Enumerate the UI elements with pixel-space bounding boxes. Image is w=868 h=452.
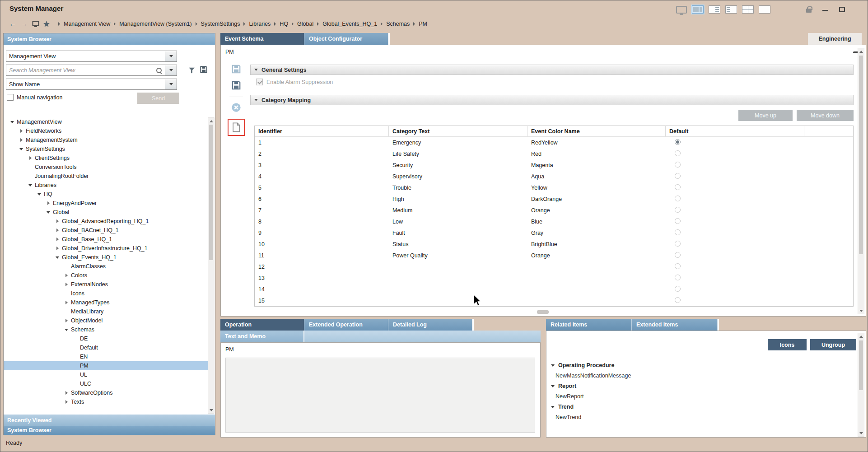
breadcrumb-item-label[interactable]: Global_Events_HQ_1 [322,21,377,27]
scroll-down-icon[interactable] [858,430,864,436]
tree-item[interactable]: Icons [4,289,208,298]
tree-expander-icon[interactable] [27,156,34,160]
column-header-identifier[interactable]: Identifier [255,126,389,136]
tree-item[interactable]: Global_Base_HQ_1 [4,235,208,244]
layout-list-left-icon[interactable] [725,5,737,14]
save-as-button[interactable] [230,79,242,91]
tree-item[interactable]: MediaLibrary [4,307,208,316]
breadcrumb-item[interactable]: Global [288,21,313,27]
breadcrumb-item-label[interactable]: Libraries [249,21,271,27]
breadcrumb-item-label[interactable]: PM [419,21,427,27]
tree-expander-icon[interactable] [27,184,34,186]
tree-expander-icon[interactable] [63,319,70,322]
tree-item[interactable]: JournalingRootFolder [4,172,208,181]
tree-expander-icon[interactable] [63,274,70,277]
alarm-suppression-checkbox[interactable] [256,79,263,85]
related-group-header[interactable]: Operating Procedure [546,360,856,371]
favorites-star-icon[interactable] [41,19,52,29]
tree-expander-icon[interactable] [54,256,61,259]
table-row[interactable]: 1 Emergency RedYellow [255,137,853,148]
related-item[interactable]: NewMassNotificationMessage [546,371,856,381]
tab[interactable]: Operation [220,319,304,331]
related-group-header[interactable]: Report [546,381,856,391]
tab[interactable]: Related Items [546,319,632,331]
tree-expander-icon[interactable] [36,193,43,196]
tree-item[interactable]: Global_AdvancedReporting_HQ_1 [4,217,208,226]
breadcrumb-item[interactable]: Schemas [377,21,410,27]
ungroup-button[interactable]: Ungroup [810,339,856,350]
tree-item[interactable]: ClientSettings [4,154,208,163]
default-radio[interactable] [675,275,681,280]
forward-button[interactable]: → [19,19,30,29]
default-radio[interactable] [675,184,681,190]
default-radio[interactable] [675,241,681,247]
tree-item[interactable]: DE [4,334,208,343]
default-radio[interactable] [675,286,681,292]
scroll-down-icon[interactable] [858,308,864,314]
monitor-icon[interactable] [676,6,687,14]
tree-expander-icon[interactable] [54,228,61,232]
section-collapse-icon[interactable] [254,99,258,101]
layout-single-icon[interactable] [759,5,770,14]
layout-quad-icon[interactable] [742,5,754,14]
default-radio[interactable] [675,139,681,145]
tree-item[interactable]: ConversionTools [4,163,208,172]
tree-item[interactable]: Schemas [4,325,208,334]
restore-button[interactable] [839,7,845,12]
tree-expander-icon[interactable] [18,148,25,150]
breadcrumb-item-label[interactable]: HQ [280,21,288,27]
tree-expander-icon[interactable] [63,400,70,404]
tree-item[interactable]: FieldNetworks [4,126,208,135]
cancel-button[interactable] [230,102,242,113]
scrollbar-thumb[interactable] [209,125,213,260]
filter-icon[interactable] [187,65,196,75]
breadcrumb-item[interactable]: SystemSettings [192,21,240,27]
tree-expander-icon[interactable] [18,129,25,133]
breadcrumb-item[interactable]: ManagementView (System1) [110,21,191,27]
splitter-handle[interactable] [537,310,549,314]
tree-item[interactable]: ExternalNodes [4,280,208,289]
table-row[interactable]: 7 Medium Orange [255,205,853,216]
default-radio[interactable] [675,263,681,269]
tree-expander-icon[interactable] [45,211,52,214]
default-radio[interactable] [675,297,681,303]
import-document-button[interactable] [230,121,242,133]
send-button[interactable]: Send [137,93,179,104]
breadcrumb-item[interactable]: HQ [271,21,288,27]
recently-viewed-bar[interactable]: Recently Viewed [4,415,215,426]
search-input[interactable] [6,67,155,74]
back-button[interactable]: ← [7,19,19,29]
scroll-up-icon[interactable] [858,333,864,340]
tree-item[interactable]: PM [4,361,208,370]
breadcrumb-item[interactable]: Libraries [240,21,271,27]
table-row[interactable]: 4 Supervisory Aqua [255,171,853,182]
breadcrumb-item[interactable]: PM [410,21,427,27]
tree-expander-icon[interactable] [9,121,16,123]
related-item[interactable]: NewTrend [546,412,856,422]
tree-item[interactable]: Global_DriverInfrastructure_HQ_1 [4,244,208,253]
breadcrumb-item-label[interactable]: Global [297,21,313,27]
tree-item[interactable]: ULC [4,379,208,388]
move-down-button[interactable]: Move down [797,110,854,121]
move-up-button[interactable]: Move up [738,110,793,121]
lock-icon[interactable] [806,9,812,13]
breadcrumb-item[interactable]: Management View [55,21,110,27]
general-settings-header[interactable]: General Settings [250,65,854,75]
table-row[interactable]: 11 Power Quality Orange [255,250,853,261]
display-mode-selector[interactable]: Show Name [6,79,177,90]
table-row[interactable]: 6 High DarkOrange [255,193,853,205]
table-row[interactable]: 14 [255,284,853,295]
layout-list-right-icon[interactable] [709,5,720,14]
tree-item[interactable]: Default [4,343,208,352]
breadcrumb-item-label[interactable]: Schemas [386,21,410,27]
breadcrumb-item-label[interactable]: SystemSettings [201,21,240,27]
tree-expander-icon[interactable] [54,219,61,223]
tree-item[interactable]: ObjectModel [4,316,208,325]
tree-expander-icon[interactable] [63,301,70,304]
tree-item[interactable]: EN [4,352,208,361]
tree-scrollbar[interactable] [208,117,215,414]
tree-item[interactable]: Texts [4,397,208,406]
display-icon[interactable] [30,19,41,29]
table-row[interactable]: 12 [255,261,853,272]
tree-expander-icon[interactable] [54,247,61,250]
